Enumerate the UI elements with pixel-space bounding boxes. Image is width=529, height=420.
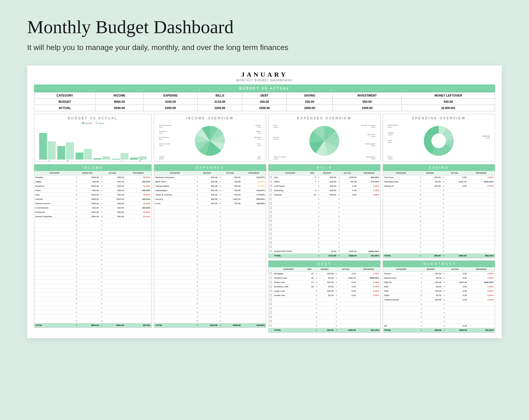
table-row[interactable] (383, 206, 495, 210)
table-row[interactable] (383, 319, 495, 324)
table-row[interactable]: Credit Card50.000.000.00% (269, 293, 380, 298)
table-row[interactable] (154, 297, 266, 301)
checkbox-icon[interactable] (270, 207, 272, 209)
table-row[interactable] (383, 193, 495, 197)
table-row[interactable] (383, 311, 495, 315)
summary-cell[interactable]: 5200.00 (144, 105, 198, 111)
checkbox-icon[interactable] (270, 233, 272, 235)
table-row[interactable]: NSE100.000.000.00% (383, 289, 495, 293)
table-row[interactable] (34, 262, 151, 267)
summary-cell[interactable]: 4100.00 (144, 99, 198, 105)
table-row[interactable]: Business Loan2850.000.000.00% (269, 285, 380, 289)
table-row[interactable] (154, 206, 266, 210)
summary-cell[interactable]: (6,900.00) (402, 105, 495, 111)
table-row[interactable] (269, 324, 380, 328)
table-row[interactable]: Food500.00700.00140.00% (154, 201, 266, 206)
checkbox-icon[interactable] (270, 211, 272, 213)
table-row[interactable]: SUBSCRIPTIONS10.001000.0010000.00% (269, 249, 380, 254)
checkbox-icon[interactable] (270, 325, 272, 327)
table-row[interactable] (154, 319, 266, 323)
table-row[interactable] (269, 306, 380, 311)
summary-cell[interactable]: 250.00 (287, 99, 333, 105)
table-row[interactable] (269, 315, 380, 319)
table-row[interactable] (34, 267, 151, 271)
table-row[interactable]: Trip Fund100.000.000.00% (383, 175, 495, 180)
table-row[interactable] (269, 214, 380, 219)
checkbox-icon[interactable] (270, 285, 272, 288)
table-row[interactable]: Business Insurance600.00700.00116.67% (154, 175, 266, 180)
table-row[interactable]: Dividends1000.00500.0050.00% (34, 210, 151, 214)
table-row[interactable] (154, 249, 266, 254)
table-row[interactable]: Mutual Fund50.000.000.00% (383, 276, 495, 280)
checkbox-icon[interactable] (270, 215, 272, 217)
table-row[interactable] (34, 280, 151, 284)
table-row[interactable]: Stocks100.000.000.00% (383, 272, 495, 276)
table-row[interactable]: Gas5500.001500.00300.00% (269, 175, 380, 180)
table-row[interactable] (34, 306, 151, 310)
checkbox-icon[interactable] (270, 181, 272, 183)
table-row[interactable]: Electricity9400.000.000.00% (269, 188, 380, 193)
checkbox-icon[interactable] (270, 220, 272, 222)
checkbox-icon[interactable] (270, 176, 272, 178)
checkbox-icon[interactable] (270, 185, 272, 187)
table-row[interactable] (34, 236, 151, 241)
table-row[interactable] (269, 219, 380, 223)
checkbox-icon[interactable] (270, 272, 272, 275)
table-row[interactable] (154, 258, 266, 262)
table-row[interactable] (154, 219, 266, 223)
table-row[interactable] (34, 228, 151, 232)
table-row[interactable] (383, 228, 495, 232)
checkbox-icon[interactable] (270, 224, 272, 226)
summary-cell[interactable]: 1000.00 (333, 105, 402, 111)
table-row[interactable] (383, 245, 495, 249)
table-row[interactable]: Large Loan100.000.000.00% (269, 289, 380, 293)
table-row[interactable] (34, 219, 151, 223)
table-row[interactable] (383, 306, 495, 311)
table-row[interactable] (154, 315, 266, 319)
checkbox-icon[interactable] (270, 237, 272, 239)
table-row[interactable] (154, 280, 266, 284)
table-row[interactable] (269, 223, 380, 228)
table-row[interactable] (383, 223, 495, 228)
table-row[interactable]: Upwork1000.001000.00100.00% (34, 197, 151, 201)
table-row[interactable] (154, 210, 266, 214)
table-row[interactable] (269, 311, 380, 315)
table-row[interactable] (383, 201, 495, 206)
summary-cell[interactable]: 2000.00 (287, 105, 333, 111)
table-row[interactable]: Grocery400.001000.00250.00% (154, 197, 266, 201)
table-row[interactable]: Internet10500.000.000.00% (269, 193, 380, 197)
table-row[interactable] (154, 288, 266, 293)
checkbox-icon[interactable] (270, 250, 272, 252)
table-row[interactable] (269, 232, 380, 236)
table-row[interactable] (269, 201, 380, 206)
table-row[interactable] (383, 232, 495, 236)
table-row[interactable] (269, 210, 380, 214)
checkbox-icon[interactable] (270, 312, 272, 314)
summary-cell[interactable]: 5500.00 (95, 105, 143, 111)
table-row[interactable] (34, 249, 151, 254)
table-row[interactable] (34, 284, 151, 288)
table-row[interactable] (383, 315, 495, 319)
table-row[interactable] (154, 306, 266, 310)
checkbox-icon[interactable] (270, 320, 272, 322)
table-row[interactable] (269, 245, 380, 249)
table-row[interactable] (34, 310, 151, 315)
checkbox-icon[interactable] (270, 303, 272, 305)
checkbox-icon[interactable] (270, 202, 272, 204)
table-row[interactable]: Cell Phone300.000.000.00% (269, 184, 380, 188)
table-row[interactable] (383, 214, 495, 219)
table-row[interactable]: Business1000.00500.0050.00% (34, 184, 151, 188)
table-row[interactable] (34, 254, 151, 258)
table-row[interactable]: Fiverr500.00500.00100.00% (34, 188, 151, 193)
table-row[interactable] (383, 236, 495, 241)
table-row[interactable] (34, 245, 151, 249)
table-row[interactable] (34, 271, 151, 275)
summary-cell[interactable]: 3200.00 (198, 105, 242, 111)
table-row[interactable] (383, 249, 495, 254)
table-row[interactable] (154, 228, 266, 232)
table-row[interactable] (269, 319, 380, 324)
table-row[interactable] (34, 315, 151, 319)
table-row[interactable]: SEBI50.000.000.00% (383, 293, 495, 298)
table-row[interactable] (269, 228, 380, 232)
table-row[interactable]: Saving #1100.000.000.00% (383, 184, 495, 188)
